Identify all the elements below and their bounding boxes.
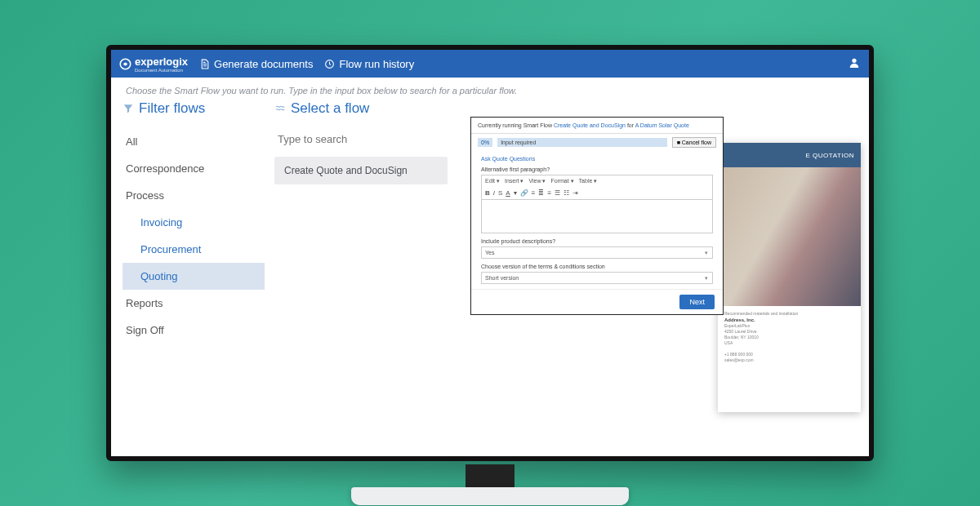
text-color-icon[interactable]: A [506,189,510,197]
progress-status: Input required [497,138,667,147]
filter-item-correspondence[interactable]: Correspondence [122,155,265,182]
monitor-frame: experlogix Document Automation Generate … [106,45,874,461]
question-2-label: Include product descriptions? [481,238,713,244]
highlight-icon[interactable]: ▾ [514,189,517,197]
filter-flows-title: Filter flows [122,100,265,117]
doc-hero-image [718,167,861,306]
align-left-icon[interactable]: ≡ [532,189,536,197]
list-ol-icon[interactable]: ☷ [564,189,569,197]
nav-flow-history[interactable]: Flow run history [324,58,414,70]
monitor-base [351,487,629,505]
richtext-menu-bar[interactable]: Edit ▾ Insert ▾ View ▾ Format ▾ Table ▾ [481,175,713,187]
flow-item[interactable]: Create Quote and DocuSign [274,157,448,184]
monitor-stand [466,464,514,489]
page-instruction: Choose the Smart Flow you want to run. T… [111,78,869,100]
modal-progress-bar: 0% Input required ■ Cancel flow [478,137,716,148]
nav-generate-documents[interactable]: Generate documents [199,58,313,70]
include-descriptions-select[interactable]: Yes [481,246,713,259]
waves-icon [274,103,286,114]
terms-version-select[interactable]: Short version [481,272,713,284]
select-flow-panel: Select a flow Create Quote and DocuSign [271,100,451,344]
filter-item-sign-off[interactable]: Sign Off [122,317,265,344]
filter-item-invoicing[interactable]: Invoicing [122,209,265,236]
filter-item-quoting[interactable]: Quoting [122,263,265,290]
flow-run-modal: Currently running Smart Flow Create Quot… [470,117,724,315]
history-icon [324,59,335,69]
document-preview: E QUOTATION Recommended materials and in… [718,143,861,412]
doc-banner: E QUOTATION [718,143,861,167]
progress-percent: 0% [478,138,492,147]
italic-icon[interactable]: I [493,189,495,197]
list-ul-icon[interactable]: ☰ [555,189,560,197]
filter-item-process[interactable]: Process [122,182,265,209]
filter-item-procurement[interactable]: Procurement [122,236,265,263]
select-flow-title: Select a flow [274,100,448,117]
modal-section-title: Ask Quote Questions [481,156,713,162]
nav-generate-label: Generate documents [214,58,313,70]
align-right-icon[interactable]: ≡ [547,189,551,197]
funnel-icon [122,103,134,114]
richtext-input[interactable] [481,199,713,233]
bold-icon[interactable]: B [485,189,490,197]
cancel-flow-button[interactable]: ■ Cancel flow [672,137,716,148]
next-button[interactable]: Next [679,295,715,309]
modal-flow-link[interactable]: Create Quote and DocuSign [554,122,626,128]
question-3-label: Choose version of the terms & conditions… [481,264,713,269]
richtext-format-bar[interactable]: B I S A ▾ 🔗 ≡ ≣ ≡ ☰ ☷ ⇥ [481,187,713,199]
app-screen: experlogix Document Automation Generate … [111,50,869,456]
top-navbar: experlogix Document Automation Generate … [111,50,869,78]
user-menu[interactable] [848,56,861,72]
nav-history-label: Flow run history [339,58,414,70]
doc-meta: Recommended materials and installation A… [718,306,861,368]
link-icon[interactable]: 🔗 [520,189,528,197]
indent-icon[interactable]: ⇥ [572,189,578,197]
brand-logo[interactable]: experlogix Document Automation [119,55,188,73]
filter-item-all[interactable]: All [122,128,265,155]
document-icon [199,59,210,69]
question-1-label: Alternative first paragraph? [481,166,713,172]
brand-name: experlogix [135,55,188,68]
flow-search-input[interactable] [274,128,448,150]
brand-tagline: Document Automation [135,68,188,73]
filter-item-reports[interactable]: Reports [122,290,265,317]
filter-flows-panel: Filter flows All Correspondence Process … [116,100,271,344]
user-icon [848,56,861,69]
align-center-icon[interactable]: ≣ [538,189,544,197]
brand-mark-icon [119,58,131,70]
modal-subject-link[interactable]: A Datum Solar Quote [635,122,689,128]
modal-heading: Currently running Smart Flow Create Quot… [471,118,723,134]
strike-icon[interactable]: S [498,189,502,197]
